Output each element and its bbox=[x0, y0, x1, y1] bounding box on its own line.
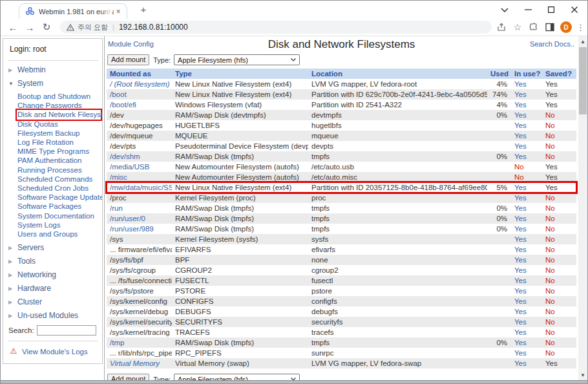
sidebar-item-software-package-updates[interactable]: Software Package Updates bbox=[17, 193, 98, 202]
in-use-link[interactable]: Yes bbox=[514, 122, 527, 129]
sidebar-section-tools[interactable]: ▶ Tools bbox=[8, 257, 98, 266]
in-use-link[interactable]: Yes bbox=[514, 101, 527, 109]
in-use-link[interactable]: Yes bbox=[514, 142, 527, 150]
forward-icon[interactable]: → bbox=[21, 22, 38, 33]
in-use-link[interactable]: Yes bbox=[514, 318, 527, 326]
in-use-link[interactable]: Yes bbox=[514, 297, 527, 305]
webmin-favicon-icon bbox=[25, 6, 35, 16]
in-use-link[interactable]: Yes bbox=[514, 266, 527, 274]
sidebar-item-scheduled-cron-jobs[interactable]: Scheduled Cron Jobs bbox=[17, 184, 98, 193]
sidebar-item-software-packages[interactable]: Software Packages bbox=[17, 202, 98, 211]
in-use-link[interactable]: Yes bbox=[514, 111, 527, 119]
bookmark-star-icon[interactable]: ☆ bbox=[512, 21, 523, 33]
sidebar-section-un-used-modules[interactable]: ▶ Un-used Modules bbox=[8, 311, 98, 320]
mount-point-link[interactable]: /misc bbox=[110, 173, 127, 181]
mount-point-link[interactable]: /run/user/0 bbox=[110, 215, 145, 222]
mount-point-link[interactable]: /run/user/989 bbox=[110, 225, 154, 233]
browser-tab[interactable]: Webmin 1.981 on eunhasu (Fed × bbox=[19, 3, 127, 19]
in-use-link[interactable]: Yes bbox=[514, 277, 527, 284]
fs-used-cell bbox=[487, 348, 511, 358]
extensions-puzzle-icon[interactable] bbox=[528, 21, 540, 33]
in-use-link[interactable]: Yes bbox=[514, 359, 527, 367]
sidebar-item-mime-type-programs[interactable]: MIME Type Programs bbox=[17, 147, 98, 156]
in-use-link[interactable]: Yes bbox=[514, 132, 527, 140]
profile-avatar[interactable]: D bbox=[560, 21, 572, 33]
security-status-label[interactable]: 주의 요함 bbox=[78, 23, 108, 32]
new-tab-button[interactable]: + bbox=[136, 3, 151, 17]
mount-point-link[interactable]: /boot/efi bbox=[110, 101, 136, 109]
sidebar-item-system-documentation[interactable]: System Documentation bbox=[17, 211, 98, 220]
sidebar-section-networking[interactable]: ▶ Networking bbox=[8, 270, 98, 279]
sidebar-section-servers[interactable]: ▶ Servers bbox=[8, 243, 98, 252]
maximize-icon[interactable] bbox=[540, 1, 563, 18]
mount-point-link[interactable]: /tmp bbox=[110, 339, 124, 347]
minimize-icon[interactable] bbox=[516, 1, 540, 18]
module-config-link[interactable]: Module Config bbox=[108, 40, 154, 48]
sidebar-section-hardware[interactable]: ▶ Hardware bbox=[8, 284, 98, 293]
sidebar-item-bootup-and-shutdown[interactable]: Bootup and Shutdown bbox=[17, 92, 98, 101]
in-use-link[interactable]: Yes bbox=[514, 328, 527, 336]
sidebar-link-system-information[interactable]: ⌂ System Information bbox=[8, 361, 98, 364]
sidebar-search-input[interactable] bbox=[37, 325, 96, 336]
mount-point-link[interactable]: /mw/data/music/SSD bbox=[110, 184, 172, 191]
sidebar-item-pam-authentication[interactable]: PAM Authentication bbox=[17, 156, 98, 165]
in-use-link[interactable]: Yes bbox=[514, 246, 527, 253]
mount-point-link[interactable]: Virtual Memory bbox=[110, 359, 160, 367]
scrollbar-thumb[interactable] bbox=[579, 47, 587, 114]
in-use-link[interactable]: Yes bbox=[514, 256, 527, 264]
back-icon[interactable]: ← bbox=[5, 22, 21, 33]
sidebar-item-disk-quotas[interactable]: Disk Quotas bbox=[17, 120, 98, 129]
in-use-link[interactable]: Yes bbox=[514, 287, 527, 295]
sidebar-item-filesystem-backup[interactable]: Filesystem Backup bbox=[17, 129, 98, 138]
mount-point-link[interactable]: / (Root filesystem) bbox=[110, 80, 170, 88]
in-use-link[interactable]: Yes bbox=[514, 349, 527, 357]
saved-status: No bbox=[545, 277, 555, 284]
in-use-link[interactable]: Yes bbox=[514, 184, 527, 191]
filesystem-type-select[interactable]: Apple Filesystem (hfs) bbox=[174, 54, 300, 65]
fs-type-cell: PSTORE bbox=[172, 286, 308, 296]
sidebar-item-running-processes[interactable]: Running Processes bbox=[17, 165, 98, 175]
mount-point-link[interactable]: /dev/shm bbox=[110, 153, 140, 160]
fs-used-cell: 4% bbox=[487, 100, 511, 110]
sidebar-section-webmin[interactable]: ▶ Webmin bbox=[8, 65, 98, 74]
tab-close-icon[interactable]: × bbox=[114, 7, 123, 16]
sidebar-item-log-file-rotation[interactable]: Log File Rotation bbox=[17, 138, 98, 147]
url-text[interactable]: 192.168.0.81:10000 bbox=[119, 23, 188, 32]
in-use-link[interactable]: Yes bbox=[514, 204, 527, 212]
mount-point-link[interactable]: /media/USB bbox=[110, 163, 149, 171]
mount-point-link[interactable]: /boot bbox=[110, 91, 127, 98]
window-chevron-icon[interactable] bbox=[493, 1, 516, 18]
in-use-link[interactable]: Yes bbox=[514, 339, 527, 347]
sidebar-item-scheduled-commands[interactable]: Scheduled Commands bbox=[17, 175, 98, 184]
fs-type-cell: RAM/Swap Disk (tmpfs) bbox=[172, 213, 308, 224]
in-use-link[interactable]: Yes bbox=[514, 91, 527, 98]
sidebar-item-users-and-groups[interactable]: Users and Groups bbox=[17, 229, 98, 239]
in-use-link[interactable]: Yes bbox=[514, 194, 527, 202]
in-use-link[interactable]: Yes bbox=[514, 215, 527, 222]
sidebar-link-view-module-s-logs[interactable]: ⚠ View Module's Logs bbox=[8, 347, 98, 356]
in-use-link[interactable]: Yes bbox=[514, 153, 527, 160]
sidebar-item-disk-and-network-filesystems[interactable]: Disk and Network Filesystems bbox=[16, 109, 102, 120]
sidebar-section-label: System bbox=[17, 79, 43, 88]
sidebar-section-system[interactable]: ▼ System bbox=[8, 79, 98, 88]
vertical-scrollbar[interactable]: ▲ ▼ bbox=[578, 36, 587, 380]
url-bar[interactable]: 주의 요함 | 192.168.0.81:10000 bbox=[60, 21, 492, 34]
add-mount-button[interactable]: Add mount bbox=[107, 54, 149, 65]
search-docs-link[interactable]: Search Docs.. bbox=[530, 40, 574, 48]
sidebar-item-system-logs[interactable]: System Logs bbox=[17, 220, 98, 229]
not-secure-warning-icon bbox=[67, 24, 74, 31]
sidebar-section-cluster[interactable]: ▶ Cluster bbox=[8, 297, 98, 306]
saved-status: Yes bbox=[545, 163, 558, 171]
in-use-link[interactable]: Yes bbox=[514, 308, 527, 315]
reload-icon[interactable]: ↻ bbox=[38, 21, 55, 33]
side-panel-icon[interactable] bbox=[544, 21, 556, 33]
browser-menu-icon[interactable]: ⋮ bbox=[576, 23, 585, 32]
in-use-link[interactable]: Yes bbox=[514, 80, 527, 88]
close-window-icon[interactable] bbox=[563, 1, 586, 18]
in-use-link[interactable]: Yes bbox=[514, 225, 527, 233]
scroll-down-icon[interactable]: ▼ bbox=[578, 370, 587, 380]
mount-point-link[interactable]: /run bbox=[110, 204, 123, 212]
scroll-up-icon[interactable]: ▲ bbox=[578, 36, 587, 47]
share-icon[interactable] bbox=[496, 21, 507, 33]
in-use-link[interactable]: Yes bbox=[514, 235, 527, 243]
